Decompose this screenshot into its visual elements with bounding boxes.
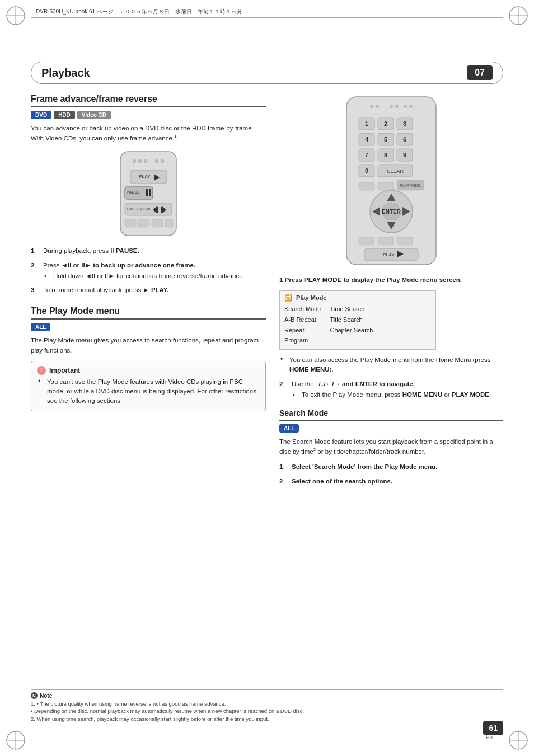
page-title: Playback [41, 67, 90, 79]
main-content: Playback 07 Frame advance/frame reverse … [31, 62, 503, 725]
svg-point-14 [138, 159, 142, 163]
svg-text:CLEAR: CLEAR [387, 168, 404, 174]
svg-rect-31 [125, 219, 136, 227]
svg-rect-66 [359, 182, 374, 190]
right-caption-1: 1 Press PLAY MODE to display the Play Mo… [279, 275, 503, 285]
badge-group-2: ALL [31, 323, 266, 331]
search-mode-title: Search Mode [279, 408, 503, 417]
play-mode-title: The Play Mode menu [31, 306, 266, 316]
instruction-1: 1 During playback, press II PAUSE. [31, 246, 266, 256]
svg-text:FLAT WIDE: FLAT WIDE [400, 184, 421, 187]
remote-image-right: 1 2 3 4 5 6 7 8 [279, 94, 503, 267]
page-header: Playback 07 [31, 62, 503, 84]
svg-text:PAUSE: PAUSE [127, 190, 140, 194]
note-text-3: 2. When using time search, playback may … [31, 715, 503, 722]
svg-point-41 [409, 105, 413, 108]
frame-advance-section: Frame advance/frame reverse DVD HDD Vide… [31, 94, 266, 295]
badge-dvd: DVD [31, 111, 51, 119]
corner-tr-decoration [507, 4, 530, 27]
play-mode-left-items: Search Mode A-B Repeat Repeat Program [284, 304, 321, 346]
corner-bl-decoration [4, 729, 27, 752]
search-instruction-2: 2 Select one of the search options. [279, 477, 503, 486]
svg-point-16 [155, 159, 158, 163]
svg-point-37 [376, 105, 379, 108]
menu-item-ab: A-B Repeat [284, 314, 321, 325]
play-mode-section-left: The Play Mode menu ALL The Play Mode men… [31, 306, 266, 411]
svg-point-38 [390, 105, 393, 108]
note-text-1: 1. • The picture quality when using fram… [31, 700, 503, 707]
badge-hdd: HDD [54, 111, 75, 119]
menu-item-title-search: Title Search [330, 314, 373, 325]
note-header: N Note [31, 692, 503, 699]
section-divider-3 [279, 420, 503, 421]
svg-point-39 [395, 105, 399, 108]
badge-videocd: Video CD [77, 111, 111, 119]
menu-item-program: Program [284, 335, 321, 346]
menu-item-time-search: Time Search [330, 304, 373, 314]
warning-icon: ! [37, 366, 46, 375]
header-file-info: DVR-530H_KU.book 61 ページ ２００５年６月８日 水曜日 午前… [31, 6, 503, 18]
search-mode-section: Search Mode ALL The Search Mode feature … [279, 408, 503, 486]
svg-text:9: 9 [403, 152, 406, 158]
svg-text:PLAY: PLAY [139, 174, 151, 179]
badge-all: ALL [31, 323, 50, 331]
two-col-layout: Frame advance/frame reverse DVD HDD Vide… [31, 94, 503, 495]
svg-text:0: 0 [365, 167, 368, 174]
svg-point-17 [161, 159, 164, 163]
search-mode-instructions: 1 Select 'Search Mode' from the Play Mod… [279, 462, 503, 486]
svg-rect-77 [397, 237, 413, 245]
badge-group-3: ALL [279, 424, 503, 433]
instruction-3: 3 To resume normal playback, press ► PLA… [31, 285, 266, 295]
search-mode-body: The Search Mode feature lets you start p… [279, 437, 503, 457]
svg-text:6: 6 [403, 136, 406, 143]
section-divider-1 [31, 106, 266, 107]
play-mode-body: The Play Mode menu gives you access to s… [31, 336, 266, 355]
svg-point-13 [133, 159, 136, 163]
remote-svg-left: PLAY PAUSE STEP/SLOW [104, 149, 193, 238]
svg-text:1: 1 [365, 120, 368, 127]
svg-point-15 [144, 159, 147, 163]
svg-point-40 [404, 105, 407, 108]
left-column: Frame advance/frame reverse DVD HDD Vide… [31, 94, 266, 495]
svg-rect-23 [146, 189, 148, 196]
right-instruction-2: 2 Use the ↑/↓/←/→ and ENTER to navigate.… [279, 379, 503, 400]
frame-advance-body: You can advance or back up video on a DV… [31, 124, 266, 143]
svg-text:ENTER: ENTER [382, 209, 401, 215]
play-mode-menu-screenshot: 🔁 Play Mode Search Mode A-B Repeat Repea… [279, 290, 436, 350]
search-instruction-1: 1 Select 'Search Mode' from the Play Mod… [279, 462, 503, 472]
svg-rect-75 [359, 237, 374, 245]
en-label: En [486, 734, 493, 740]
section-divider-2 [31, 318, 266, 320]
badge-group-1: DVD HDD Video CD [31, 111, 266, 119]
corner-tl-decoration [4, 4, 27, 27]
svg-rect-67 [378, 182, 394, 190]
notes-footer: N Note 1. • The picture quality when usi… [31, 689, 503, 722]
remote-image-left: PLAY PAUSE STEP/SLOW [31, 149, 266, 238]
important-box: ! Important • You can't use the Play Mod… [31, 361, 266, 411]
svg-text:4: 4 [365, 136, 369, 143]
page-number-bottom: 61 [483, 721, 503, 735]
svg-text:PLAY: PLAY [383, 252, 395, 257]
note-text-2: • Depending on the disc, normal playback… [31, 707, 503, 715]
svg-rect-29 [161, 207, 162, 213]
important-bullet: • You can't use the Play Mode features w… [37, 377, 260, 406]
svg-text:8: 8 [384, 152, 387, 158]
frame-advance-title: Frame advance/frame reverse [31, 94, 266, 104]
svg-text:3: 3 [403, 120, 406, 127]
svg-text:STEP/SLOW: STEP/SLOW [127, 207, 151, 211]
svg-text:7: 7 [365, 152, 368, 158]
svg-rect-28 [157, 207, 158, 213]
play-mode-right-items: Time Search Title Search Chapter Search [330, 304, 373, 346]
menu-item-repeat: Repeat [284, 325, 321, 336]
menu-item-search: Search Mode [284, 304, 321, 314]
svg-text:2: 2 [384, 120, 387, 127]
note-icon: N [31, 692, 38, 699]
badge-all-search: ALL [279, 424, 299, 433]
svg-text:5: 5 [384, 136, 387, 143]
svg-point-36 [370, 105, 373, 108]
sub-bullet-1: • Hold down ◄II or II► for continuous fr… [43, 271, 266, 281]
remote-svg-right: 1 2 3 4 5 6 7 8 [335, 94, 447, 267]
right-bullet-1: • You can also access the Play Mode menu… [279, 355, 503, 375]
svg-rect-24 [149, 189, 151, 196]
svg-rect-32 [138, 219, 149, 227]
